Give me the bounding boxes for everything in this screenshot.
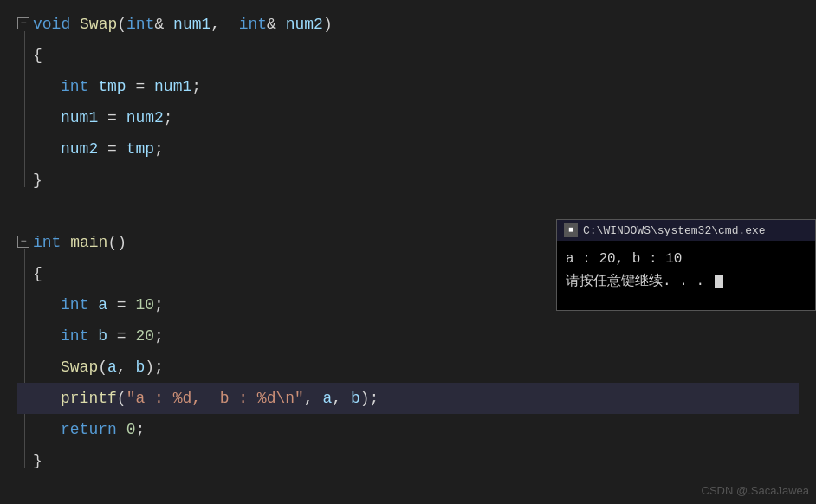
cmd-titlebar: ■ C:\WINDOWS\system32\cmd.exe [557, 220, 815, 241]
cmd-output-1: a : 20, b : 10 [566, 248, 806, 270]
code-line-12: Swap ( a , b ); [17, 352, 799, 383]
cmd-title: C:\WINDOWS\system32\cmd.exe [583, 224, 766, 237]
fn-swap: Swap [80, 9, 117, 40]
cmd-content: a : 20, b : 10 请按任意键继续. . . [557, 241, 815, 310]
collapse-main[interactable]: − [17, 236, 29, 248]
watermark: CSDN @.SacaJawea [702, 484, 809, 497]
code-line-14: return 0 ; [17, 414, 799, 445]
cmd-cursor [715, 275, 723, 288]
code-line-6: } [17, 165, 799, 196]
code-line-1: − void Swap ( int & num1 , int & num2 ) [17, 9, 799, 40]
kw-void: void [33, 9, 70, 40]
code-line-4: num1 = num2 ; [17, 102, 799, 133]
cmd-window: ■ C:\WINDOWS\system32\cmd.exe a : 20, b … [556, 219, 816, 311]
code-line-13: printf ( "a : %d, b : %d\n" , a , b ); [17, 383, 799, 414]
code-line-2: { [17, 40, 799, 71]
cmd-output-2: 请按任意键继续. . . [566, 270, 806, 293]
code-line-3: int tmp = num1 ; [17, 71, 799, 102]
code-line-11: int b = 20 ; [17, 320, 799, 352]
code-line-5: num2 = tmp ; [17, 133, 799, 165]
code-line-15: } [17, 445, 799, 476]
collapse-swap[interactable]: − [17, 17, 29, 29]
cmd-icon: ■ [564, 223, 578, 237]
